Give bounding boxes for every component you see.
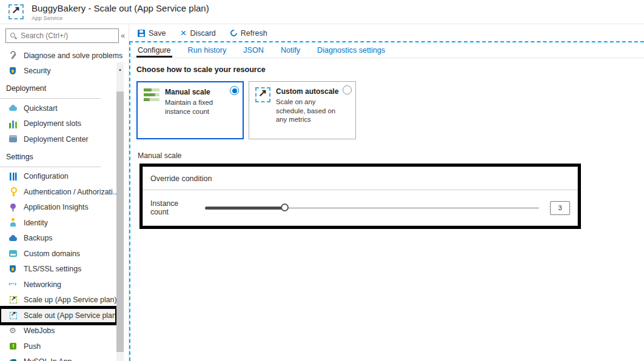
sidebar-item-diagnose[interactable]: Diagnose and solve problems xyxy=(0,48,116,64)
menu-item-list: Diagnose and solve problems Security Dep… xyxy=(0,48,116,361)
tab-bar: Configure Run history JSON Notify Diagno… xyxy=(130,42,644,58)
slider-thumb[interactable] xyxy=(281,204,289,211)
section-deployment: Deployment xyxy=(0,79,101,99)
cloud-icon xyxy=(8,104,18,113)
sidebar-item-backups[interactable]: Backups xyxy=(0,231,116,247)
page-subtitle: App Service xyxy=(32,15,209,21)
sidebar-item-scale-out[interactable]: Scale out (App Service plan) xyxy=(0,308,116,323)
scrollbar-thumb[interactable] xyxy=(116,91,124,352)
custom-autoscale-card[interactable]: Custom autoscale Scale on any schedule, … xyxy=(249,81,356,139)
scroll-up-icon[interactable]: ▲ xyxy=(116,67,124,71)
shield-icon xyxy=(8,67,18,76)
refresh-button[interactable]: Refresh xyxy=(230,29,267,38)
package-icon xyxy=(8,134,18,144)
tab-run-history[interactable]: Run history xyxy=(187,44,228,58)
save-icon xyxy=(138,30,145,37)
sidebar-item-deployment-center[interactable]: Deployment Center xyxy=(0,131,116,147)
blade-header: BuggyBakery - Scale out (App Service pla… xyxy=(0,0,644,24)
override-highlight-box: Override condition Instance count xyxy=(139,164,581,229)
blade-main: Save × Discard Refresh Configure Run his… xyxy=(129,25,644,361)
sidebar-item-scale-up[interactable]: Scale up (App Service plan) xyxy=(0,293,116,308)
sidebar-item-application-insights[interactable]: Application Insights xyxy=(0,200,116,216)
identity-icon xyxy=(8,218,18,227)
scale-heading: Choose how to scale your resource xyxy=(136,65,644,74)
menu-search-box[interactable] xyxy=(5,28,119,43)
sidebar-item-identity[interactable]: Identity xyxy=(0,215,116,231)
command-bar: Save × Discard Refresh xyxy=(129,25,644,41)
custom-autoscale-icon xyxy=(255,87,270,102)
resource-menu-sidebar: « Diagnose and solve problems Security D… xyxy=(0,25,129,361)
page-title: BuggyBakery - Scale out (App Service pla… xyxy=(32,3,209,13)
sidebar-item-authentication[interactable]: Authentication / Authorizati... xyxy=(0,184,116,200)
tab-json[interactable]: JSON xyxy=(242,44,265,58)
search-icon xyxy=(10,32,17,39)
sidebar-scrollbar[interactable]: ▲ xyxy=(116,62,124,361)
cloud-backup-icon xyxy=(8,234,18,243)
sidebar-item-networking[interactable]: Networking xyxy=(0,277,116,293)
refresh-icon xyxy=(229,28,238,38)
sidebar-item-mysql-in-app[interactable]: MySQL In App xyxy=(0,354,116,361)
tab-configure[interactable]: Configure xyxy=(136,44,172,58)
collapse-sidebar-button[interactable]: « xyxy=(121,31,125,40)
instance-count-input[interactable] xyxy=(550,201,570,215)
discard-button[interactable]: × Discard xyxy=(181,29,216,38)
key-icon xyxy=(8,187,18,196)
browser-window-icon xyxy=(8,249,18,258)
override-condition-label: Override condition xyxy=(143,167,577,190)
sidebar-item-custom-domains[interactable]: Custom domains xyxy=(0,246,116,262)
scale-out-icon xyxy=(10,312,17,319)
tab-notify[interactable]: Notify xyxy=(280,44,301,58)
manual-scale-section-label: Manual scale xyxy=(138,151,644,160)
sidebar-item-webjobs[interactable]: WebJobs xyxy=(0,323,116,339)
gear-icon xyxy=(8,326,18,336)
instance-count-slider[interactable] xyxy=(205,204,539,213)
sidebar-item-tls-ssl[interactable]: TLS/SSL settings xyxy=(0,262,116,277)
sidebar-item-security[interactable]: Security xyxy=(0,64,116,79)
mysql-icon xyxy=(8,357,18,361)
scale-up-icon xyxy=(10,296,17,303)
sidebar-item-quickstart[interactable]: Quickstart xyxy=(0,101,116,116)
autoscale-panel: Configure Run history JSON Notify Diagno… xyxy=(129,41,644,361)
sidebar-item-deployment-slots[interactable]: Deployment slots xyxy=(0,116,116,132)
wrench-icon xyxy=(8,51,18,60)
bar-chart-icon xyxy=(8,119,18,128)
tab-diagnostics-settings[interactable]: Diagnostics settings xyxy=(316,44,386,58)
scale-option-cards: Manual scale Maintain a fixed instance c… xyxy=(136,81,644,139)
custom-autoscale-radio[interactable] xyxy=(343,85,352,94)
manual-scale-radio[interactable] xyxy=(230,86,239,95)
section-settings: Settings xyxy=(0,147,101,167)
save-button[interactable]: Save xyxy=(138,29,166,38)
shield-lock-icon xyxy=(8,265,18,274)
scale-out-icon xyxy=(8,4,24,19)
search-input[interactable] xyxy=(21,31,115,40)
discard-icon: × xyxy=(181,30,187,37)
push-icon xyxy=(8,342,18,351)
sidebar-item-push[interactable]: Push xyxy=(0,339,116,354)
instance-count-label: Instance count xyxy=(150,199,196,216)
network-icon xyxy=(8,280,18,289)
sliders-icon xyxy=(8,172,18,181)
manual-scale-card[interactable]: Manual scale Maintain a fixed instance c… xyxy=(136,81,244,139)
azure-portal-blade: BuggyBakery - Scale out (App Service pla… xyxy=(0,0,644,361)
lightbulb-icon xyxy=(8,203,18,212)
slider-fill xyxy=(205,207,285,210)
sidebar-item-configuration[interactable]: Configuration xyxy=(0,169,116,185)
manual-scale-icon xyxy=(144,88,159,102)
